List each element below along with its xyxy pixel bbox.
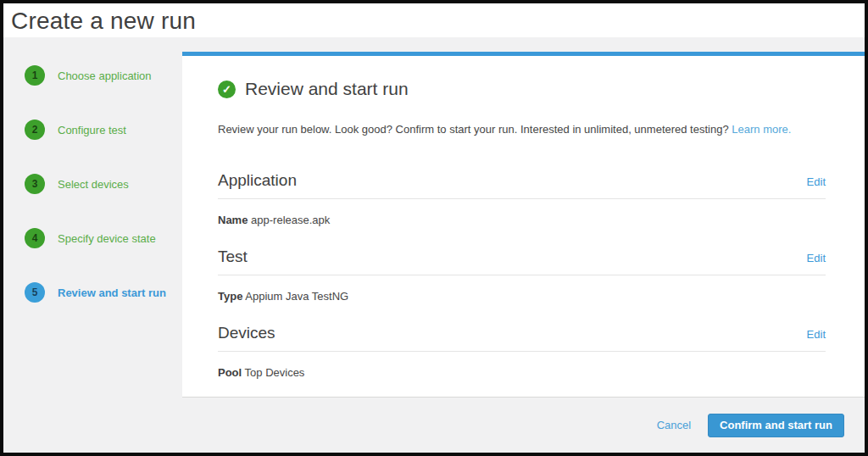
devices-edit-link[interactable]: Edit <box>807 328 826 341</box>
application-name-value: app-release.apk <box>251 214 330 226</box>
step-1-label: Choose application <box>58 70 152 82</box>
intro-text-body: Review your run below. Look good? Confir… <box>218 123 732 136</box>
action-footer: Cancel Confirm and start run <box>182 397 865 453</box>
application-edit-link[interactable]: Edit <box>807 175 826 188</box>
step-2-label: Configure test <box>58 124 126 136</box>
page-title: Create a new run <box>11 8 865 35</box>
review-header: ✓ Review and start run <box>218 79 826 99</box>
test-type-row: Type Appium Java TestNG <box>218 290 826 303</box>
step-4-label: Specify device state <box>58 232 156 245</box>
test-section-title: Test <box>218 247 248 266</box>
step-5-label: Review and start run <box>58 286 166 299</box>
test-edit-link[interactable]: Edit <box>807 252 826 264</box>
application-section-title: Application <box>218 171 297 190</box>
confirm-and-start-run-button[interactable]: Confirm and start run <box>708 414 844 437</box>
test-section-header: Test Edit <box>218 247 826 266</box>
intro-text: Review your run below. Look good? Confir… <box>218 123 826 136</box>
application-section-header: Application Edit <box>218 171 826 190</box>
step-2-badge: 2 <box>25 120 45 140</box>
review-panel-body: ✓ Review and start run Review your run b… <box>182 56 865 397</box>
page-header: Create a new run <box>3 3 865 37</box>
review-heading: Review and start run <box>245 79 409 99</box>
learn-more-link[interactable]: Learn more. <box>732 123 791 136</box>
application-name-label: Name <box>218 214 248 226</box>
step-5-badge: 5 <box>25 282 45 303</box>
step-specify-device-state[interactable]: 4 Specify device state <box>3 228 182 248</box>
test-type-value: Appium Java TestNG <box>245 290 348 303</box>
divider <box>218 198 826 199</box>
test-type-label: Type <box>218 290 242 303</box>
divider <box>218 275 826 275</box>
wizard-steps-sidebar: 1 Choose application 2 Configure test 3 … <box>3 37 182 453</box>
check-circle-icon: ✓ <box>218 81 236 98</box>
step-configure-test[interactable]: 2 Configure test <box>3 120 182 140</box>
step-3-badge: 3 <box>25 174 45 194</box>
devices-pool-label: Pool <box>218 366 242 379</box>
step-4-badge: 4 <box>25 228 45 248</box>
review-panel: ✓ Review and start run Review your run b… <box>182 52 865 453</box>
content-row: 1 Choose application 2 Configure test 3 … <box>3 37 865 453</box>
devices-pool-row: Pool Top Devices <box>218 366 826 379</box>
devices-section-header: Devices Edit <box>218 324 826 342</box>
step-3-label: Select devices <box>58 178 129 191</box>
step-review-and-start-run[interactable]: 5 Review and start run <box>3 282 182 303</box>
step-choose-application[interactable]: 1 Choose application <box>3 65 182 86</box>
divider <box>218 351 826 352</box>
devices-pool-value: Top Devices <box>245 366 305 379</box>
step-1-badge: 1 <box>25 65 45 86</box>
cancel-button[interactable]: Cancel <box>657 419 691 431</box>
devices-section-title: Devices <box>218 324 275 342</box>
step-select-devices[interactable]: 3 Select devices <box>3 174 182 194</box>
application-name-row: Name app-release.apk <box>218 214 826 226</box>
